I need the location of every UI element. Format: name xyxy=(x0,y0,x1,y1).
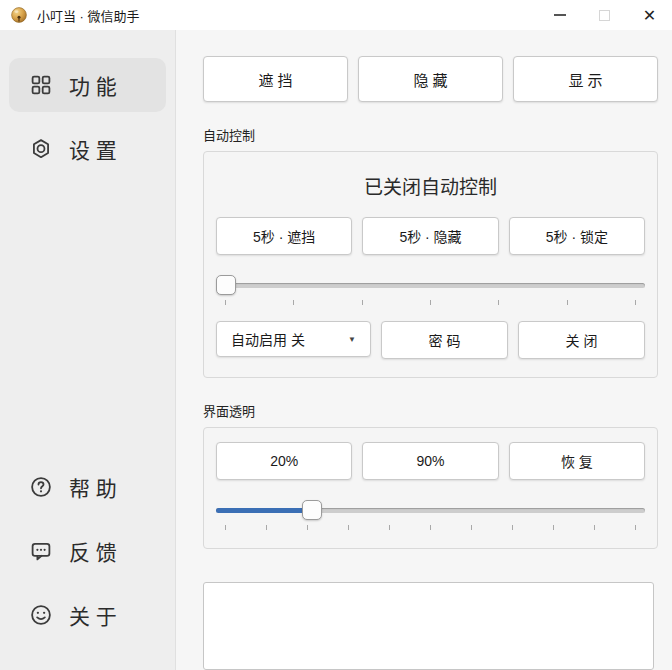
auto-enable-value: 自动启用 关 xyxy=(231,329,348,349)
auto-control-status: 已关闭自动控制 xyxy=(216,172,645,199)
maximize-button[interactable] xyxy=(582,0,627,30)
log-textarea[interactable] xyxy=(203,582,654,670)
gear-icon xyxy=(29,137,53,161)
transparency-restore-button[interactable]: 恢 复 xyxy=(509,442,645,480)
sidebar-item-label: 帮 助 xyxy=(69,472,117,502)
sidebar-item-label: 反 馈 xyxy=(69,536,117,566)
window-title: 小叮当 · 微信助手 xyxy=(37,6,537,25)
slider-track[interactable] xyxy=(216,283,645,288)
tick-mark xyxy=(293,300,294,305)
window-controls: ✕ xyxy=(537,0,672,30)
maximize-icon xyxy=(599,10,610,21)
password-button[interactable]: 密 码 xyxy=(381,321,508,359)
auto-control-slider-block xyxy=(216,275,645,305)
close-icon: ✕ xyxy=(643,6,656,25)
sidebar-item-settings[interactable]: 设 置 xyxy=(9,122,166,176)
slider-fill xyxy=(216,508,312,513)
sidebar-item-label: 关 于 xyxy=(69,600,117,630)
auto-control-groupbox: 已关闭自动控制 5秒 · 遮挡 5秒 · 隐藏 5秒 · 锁定 自动启用 关 xyxy=(203,151,658,378)
tick-mark xyxy=(362,300,363,305)
timer-cover-button[interactable]: 5秒 · 遮挡 xyxy=(216,217,352,255)
auto-control-slider[interactable] xyxy=(216,275,645,295)
slider-ticks xyxy=(225,525,636,530)
tick-mark xyxy=(512,525,513,530)
timer-lock-button[interactable]: 5秒 · 锁定 xyxy=(509,217,645,255)
slider-handle[interactable] xyxy=(216,275,236,295)
slider-handle[interactable] xyxy=(302,500,322,520)
tick-mark xyxy=(635,525,636,530)
slider-track[interactable] xyxy=(216,508,645,513)
help-icon xyxy=(29,475,53,499)
hide-button[interactable]: 隐 藏 xyxy=(358,56,503,102)
slider-ticks xyxy=(225,300,636,305)
tick-mark xyxy=(348,525,349,530)
sidebar-item-feedback[interactable]: 反 馈 xyxy=(9,524,166,578)
transparency-label: 界面透明 xyxy=(203,401,658,420)
close-button[interactable]: ✕ xyxy=(627,0,672,30)
sidebar-item-label: 设 置 xyxy=(69,134,117,164)
tick-mark xyxy=(389,525,390,530)
minimize-button[interactable] xyxy=(537,0,582,30)
tick-mark xyxy=(471,525,472,530)
about-smiley-icon xyxy=(29,603,53,627)
transparency-button-row: 20% 90% 恢 复 xyxy=(216,442,645,480)
tick-mark xyxy=(553,525,554,530)
transparency-slider[interactable] xyxy=(216,500,645,520)
tick-mark xyxy=(225,525,226,530)
close-auto-button[interactable]: 关 闭 xyxy=(518,321,645,359)
transparency-20-button[interactable]: 20% xyxy=(216,442,352,480)
tick-mark xyxy=(594,525,595,530)
tick-mark xyxy=(430,300,431,305)
app-bell-icon xyxy=(10,6,28,24)
tick-mark xyxy=(225,300,226,305)
minimize-icon xyxy=(554,14,566,16)
tick-mark xyxy=(430,525,431,530)
timer-hide-button[interactable]: 5秒 · 隐藏 xyxy=(362,217,498,255)
auto-enable-row: 自动启用 关 ▼ 密 码 关 闭 xyxy=(216,321,645,359)
quick-action-row: 遮 挡 隐 藏 显 示 xyxy=(203,56,658,102)
tick-mark xyxy=(567,300,568,305)
cover-button[interactable]: 遮 挡 xyxy=(203,56,348,102)
auto-control-label: 自动控制 xyxy=(203,125,658,144)
timer-button-row: 5秒 · 遮挡 5秒 · 隐藏 5秒 · 锁定 xyxy=(216,217,645,255)
tick-mark xyxy=(498,300,499,305)
sidebar-item-help[interactable]: 帮 助 xyxy=(9,460,166,514)
feedback-icon xyxy=(29,539,53,563)
grid-icon xyxy=(29,73,53,97)
chevron-down-icon: ▼ xyxy=(348,335,356,344)
auto-enable-dropdown[interactable]: 自动启用 关 ▼ xyxy=(216,321,371,357)
tick-mark xyxy=(635,300,636,305)
title-bar: 小叮当 · 微信助手 ✕ xyxy=(0,0,672,30)
transparency-slider-block xyxy=(216,500,645,530)
show-button[interactable]: 显 示 xyxy=(513,56,658,102)
sidebar-item-about[interactable]: 关 于 xyxy=(9,588,166,642)
app-window: 小叮当 · 微信助手 ✕ 功 能 xyxy=(0,0,672,670)
main-panel: 遮 挡 隐 藏 显 示 自动控制 已关闭自动控制 5秒 · 遮挡 5秒 · 隐藏… xyxy=(176,30,672,670)
transparency-90-button[interactable]: 90% xyxy=(362,442,498,480)
tick-mark xyxy=(307,525,308,530)
transparency-groupbox: 20% 90% 恢 复 xyxy=(203,427,658,549)
sidebar-item-functions[interactable]: 功 能 xyxy=(9,58,166,112)
sidebar-spacer xyxy=(0,186,175,460)
sidebar-item-label: 功 能 xyxy=(69,70,117,100)
tick-mark xyxy=(266,525,267,530)
sidebar: 功 能 设 置 帮 助 xyxy=(0,30,176,670)
